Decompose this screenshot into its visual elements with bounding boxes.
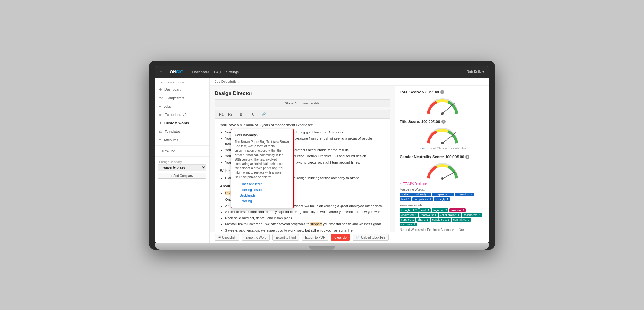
- clear-jd-label: Clear JD: [334, 236, 347, 239]
- suggestion-3[interactable]: Sack lunch: [240, 193, 290, 198]
- bottom-toolbar: ✉ Unpublish Export to Word Export to Htm…: [210, 232, 489, 243]
- tag-champion: champion: 1: [455, 193, 474, 196]
- toolbar-h2[interactable]: H2: [226, 112, 234, 117]
- svg-point-3: [441, 142, 444, 144]
- gender-score-title: Gender Neutrality Score: 100.00/100 i: [400, 155, 485, 159]
- total-score-label: Total Score: 98.04/100: [400, 90, 439, 94]
- hamburger-icon[interactable]: ≡: [160, 70, 162, 75]
- suggestion-4[interactable]: Learning: [240, 199, 290, 204]
- unpublish-button[interactable]: ✉ Unpublish: [215, 234, 239, 241]
- tag-collaborate: collaborate: 1: [462, 213, 482, 217]
- tag-together: together: 2: [432, 208, 448, 212]
- main-layout: TEXT ANALYZER ⊙ Dashboard ⌥ Competitors …: [155, 78, 489, 243]
- nav-faq[interactable]: FAQ: [214, 70, 221, 74]
- add-company-button[interactable]: + Add Company: [158, 173, 206, 179]
- toolbar-separator-2: [258, 112, 258, 116]
- total-score-title: Total Score: 98.04/100 i: [400, 90, 485, 94]
- title-score-gauge-svg: [425, 126, 460, 145]
- sidebar-label-competitors: Competitors: [166, 96, 184, 100]
- feminine-words-label: Feminine Words:: [400, 204, 485, 207]
- female-icon: ♀: [400, 182, 402, 185]
- benefit-4: A remote-first culture and monthly stipe…: [225, 209, 385, 215]
- sidebar: TEXT ANALYZER ⊙ Dashboard ⌥ Competitors …: [155, 78, 210, 243]
- tag-strongly: strongly: 1: [434, 197, 450, 201]
- clear-jd-button[interactable]: Clear JD: [331, 234, 350, 241]
- sidebar-divider: [155, 145, 209, 146]
- top-nav: ≡ ON GIG Dashboard FAQ Settings Rob Kell…: [155, 66, 489, 78]
- benefit-5: Rock solid medical, dental, and vision p…: [225, 216, 385, 221]
- sidebar-item-exclusionary[interactable]: ◎ Exclusionary?: [155, 110, 209, 119]
- tab-bias[interactable]: Bias: [419, 147, 425, 150]
- export-word-button[interactable]: Export to Word: [242, 234, 270, 241]
- tag-kind: kind: 1: [419, 208, 431, 212]
- tag-committed: committed: 1: [452, 218, 471, 222]
- neutral-words-label: Neutral Words with Feminine Alternatives…: [400, 228, 458, 232]
- text-youl-2: You: [225, 130, 231, 134]
- popup-text: The Brown Paper Bag Test (aka Brown Bag …: [235, 140, 290, 179]
- text-youl-1: You: [220, 123, 226, 127]
- tab-readability[interactable]: Readability: [450, 147, 466, 150]
- tab-word-choice[interactable]: Word Choice: [429, 147, 447, 150]
- tag-support: support: 1: [400, 218, 415, 222]
- company-select[interactable]: mega-enterprises: [158, 164, 206, 171]
- title-score-section: Title Score: 100.00/100 i: [400, 120, 485, 150]
- title-score-info-icon[interactable]: i: [441, 120, 446, 124]
- sidebar-item-templates[interactable]: ▤ Templates: [155, 127, 209, 136]
- nav-settings[interactable]: Settings: [226, 70, 239, 74]
- suggestion-2[interactable]: Learning session: [240, 188, 290, 193]
- jobs-icon: ≡: [159, 104, 161, 108]
- upload-docx-button[interactable]: 📄 Upload .docx File: [353, 234, 389, 241]
- editor-panel: Design Director Show Additional Fields H…: [210, 86, 395, 232]
- export-pdf-label: Export to PDF: [305, 236, 325, 239]
- text-youl-5: You: [225, 154, 231, 158]
- new-job-button[interactable]: + New Job: [155, 147, 209, 155]
- exclusionary-popup: Exclusionary? The Brown Paper Bag Test (…: [231, 129, 294, 209]
- sidebar-item-jobs[interactable]: ≡ Jobs: [155, 102, 209, 110]
- masculine-words-label: Masculine Words:: [400, 188, 485, 191]
- unpublish-label: Unpublish: [222, 236, 236, 239]
- title-score-label: Title Score: 100.00/100: [400, 120, 440, 124]
- toolbar-bold[interactable]: B: [238, 112, 244, 117]
- suggestion-1[interactable]: Lunch and learn: [240, 182, 290, 187]
- sidebar-item-competitors[interactable]: ⌥ Competitors: [155, 94, 209, 102]
- tag-share: share: 1: [416, 218, 430, 222]
- popup-suggestions-list: Lunch and learn Learning session Sack lu…: [235, 182, 290, 204]
- dashboard-icon: ⊙: [159, 87, 162, 92]
- sidebar-item-attributes[interactable]: ≡ Attributes: [155, 136, 209, 144]
- tag-dedicated: dedicated: 1: [400, 213, 418, 217]
- toolbar-link[interactable]: 🔗: [260, 112, 268, 117]
- sidebar-section-label: TEXT ANALYZER: [155, 78, 209, 85]
- total-score-info-icon[interactable]: i: [440, 90, 444, 94]
- gender-score-info-icon[interactable]: i: [465, 155, 469, 159]
- editor-paragraph-1: Youll have a minimum of 5 years of manag…: [220, 122, 385, 128]
- text-youl-4: You: [225, 148, 231, 152]
- user-menu[interactable]: Rob Kelly ▾: [467, 70, 484, 74]
- tag-creative: creative: 4: [449, 208, 466, 212]
- tag-wickedly: wickedly: 1: [414, 193, 431, 196]
- sidebar-label-dashboard: Dashboard: [164, 87, 181, 91]
- breadcrumb: Job Description: [210, 78, 489, 86]
- benefit-7: 3 weeks paid vacation; we expect you to …: [225, 228, 385, 232]
- tag-competitive: competitive: 1: [412, 197, 433, 201]
- nav-dashboard[interactable]: Dashboard: [192, 70, 209, 74]
- toolbar-underline[interactable]: U: [250, 112, 256, 117]
- tag-collaboration: collaboration: 1: [439, 213, 461, 217]
- toolbar-h1[interactable]: H1: [218, 112, 225, 117]
- sidebar-item-custom-words[interactable]: ✦ Custom Words: [155, 119, 209, 127]
- tag-teamwork: teamwork: 1: [419, 213, 438, 217]
- export-pdf-button[interactable]: Export to PDF: [302, 234, 328, 241]
- toolbar-italic[interactable]: I: [245, 112, 249, 117]
- sidebar-item-dashboard[interactable]: ⊙ Dashboard: [155, 85, 209, 94]
- support-highlight[interactable]: support: [310, 222, 322, 226]
- sidebar-divider-2: [155, 156, 209, 157]
- export-html-button[interactable]: Export to Html: [272, 234, 299, 241]
- text-youl-6: You: [225, 161, 231, 164]
- tag-considered: considered: 1: [431, 218, 451, 222]
- svg-line-0: [442, 103, 455, 114]
- gender-score-label: Gender Neutrality Score: 100.00/100: [400, 155, 464, 159]
- sidebar-label-templates: Templates: [165, 130, 180, 133]
- tag-inclusive: inclusive: 1: [400, 223, 417, 226]
- editor-body[interactable]: Exclusionary? The Brown Paper Bag Test (…: [215, 119, 390, 232]
- show-additional-button[interactable]: Show Additional Fields: [215, 99, 390, 107]
- content-area: Job Description Design Director Show Add…: [210, 78, 489, 243]
